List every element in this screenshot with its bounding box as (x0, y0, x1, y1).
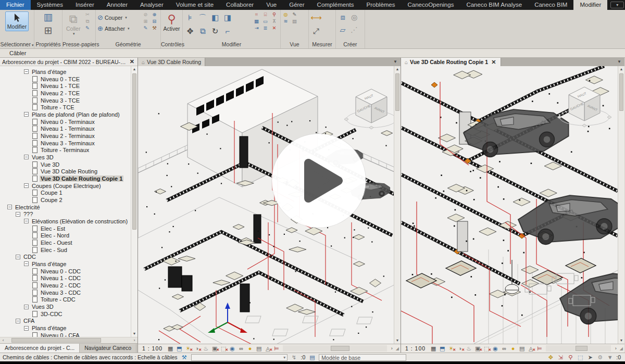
join-geometry-button[interactable]: ⊕ Attacher▾ (97, 24, 130, 33)
sun-path-icon[interactable]: ☀✕ (447, 345, 455, 352)
copy-clipboard-icon[interactable]: ⧉ (84, 18, 91, 24)
tree-row[interactable]: Niveau 1 - TCE (0, 82, 138, 90)
tree-row[interactable]: –Plans d'étage (0, 324, 138, 332)
tree-row[interactable]: Niveau 1 - Terminaux (0, 125, 138, 132)
offset-icon[interactable]: ⌒ (197, 11, 208, 24)
linework-icon[interactable]: ≋ (282, 18, 289, 24)
tree-row[interactable]: Niveau 3 - CDC (0, 289, 138, 296)
view-scale-button[interactable]: 1 : 100 (140, 345, 165, 352)
tab-caneco-navigator[interactable]: Navigateur Caneco (80, 344, 136, 353)
detail-level-icon[interactable]: ▦ (430, 345, 437, 352)
move-icon[interactable]: ✥ (184, 25, 196, 37)
tree-row[interactable]: –Plans d'étage (0, 260, 138, 268)
tree-row[interactable]: –Elévations (Elévation de construction) (0, 218, 138, 225)
ribbon-tab-caneco-bim[interactable]: Caneco BIM (528, 0, 573, 10)
split-gap-icon[interactable]: ⌻ (262, 11, 269, 17)
create-similar-icon[interactable]: ⋰ (349, 24, 359, 35)
tree-collapse-icon[interactable]: – (24, 155, 29, 159)
tree-collapse-icon[interactable]: – (24, 219, 29, 223)
tree-collapse-icon[interactable]: – (7, 205, 12, 209)
trim-icon[interactable]: ⌐ (222, 25, 233, 37)
ribbon-tab-fichier[interactable]: Fichier (0, 0, 31, 10)
ribbon-tab-ins-rer[interactable]: Insérer (69, 0, 101, 10)
mirror-axis-icon[interactable]: ◧ (209, 11, 221, 24)
join-geometry-icon[interactable]: ⊕ (151, 11, 158, 17)
design-option-field[interactable]: Modèle de base (319, 354, 406, 361)
visual-style-icon[interactable]: ⬒ (439, 345, 446, 352)
tree-row[interactable]: Vue 3D (0, 161, 138, 168)
panel-label-select[interactable]: Sélectionner▾ (0, 41, 34, 48)
cutaway-icon[interactable]: ▤ (291, 18, 298, 24)
reveal-hidden-icon[interactable]: ● (246, 345, 254, 352)
reveal-hidden-icon[interactable]: ● (509, 345, 517, 352)
video-play-overlay[interactable] (272, 134, 366, 228)
view-list-icon[interactable]: ▼ (614, 58, 624, 66)
ribbon-tab-volume-et-site[interactable]: Volume et site (170, 0, 220, 10)
ribbon-tab-analyser[interactable]: Analyser (134, 0, 170, 10)
crop-region-icon[interactable]: ⬚✕ (483, 345, 490, 352)
view-tab-cable-routing-copy[interactable]: ⌂ Vue 3D Cable Routing Copie 1 ✕ (401, 58, 501, 66)
tree-collapse-icon[interactable]: – (24, 326, 29, 331)
crop-region-icon[interactable]: ⬚✕ (220, 345, 227, 352)
array-icon[interactable]: ▦ (253, 18, 260, 24)
aligned-dimension-icon[interactable]: ⤢ (310, 25, 322, 37)
tree-row[interactable]: Niveau 3 - Terminaux (0, 140, 138, 147)
shadows-icon[interactable]: ◑✕ (456, 345, 464, 352)
crop-view-icon[interactable]: ▣✕ (474, 345, 481, 352)
shadows-icon[interactable]: ◑✕ (193, 345, 201, 352)
tree-row[interactable]: Niveau 0 - TCE (0, 76, 138, 83)
analytical-model-icon[interactable]: ◬✕ (527, 345, 534, 352)
cut-icon[interactable]: ✂ (84, 11, 91, 17)
ribbon-tab-compl-ments[interactable]: Compléments (311, 0, 360, 10)
tree-row[interactable]: 3D-CDC (0, 310, 138, 318)
select-by-face-icon[interactable]: ⬚ (577, 354, 584, 361)
temporary-hide-icon[interactable]: ∞ (238, 345, 245, 352)
design-options-dialog-icon[interactable]: ▤ (308, 354, 316, 361)
tree-collapse-icon[interactable]: – (16, 212, 20, 217)
project-browser-hscrollbar[interactable]: ‹ › (0, 337, 138, 343)
tree-row[interactable]: Coupe 2 (0, 196, 138, 204)
tree-row[interactable]: –CFA (0, 318, 138, 325)
scroll-right-icon[interactable]: › (614, 346, 618, 351)
project-browser-tree[interactable]: –Plans d'étageNiveau 0 - TCENiveau 1 - T… (0, 66, 138, 337)
align-end-icon[interactable]: ⇥ (253, 25, 260, 31)
create-group-icon[interactable]: ⧈ (338, 11, 348, 23)
analytical-model-icon[interactable]: ◬✕ (264, 345, 271, 352)
unpin-icon[interactable]: ⊼ (271, 18, 278, 24)
tree-row[interactable]: –CDC (0, 253, 138, 260)
select-underlay-icon[interactable]: ⇲ (557, 354, 564, 361)
ribbon-tab-probl-mes[interactable]: Problèmes (360, 0, 402, 10)
project-browser-vscrollbar[interactable]: ▲▼ (131, 66, 138, 337)
paste-button[interactable]: ⧉ Coller▾ (64, 11, 82, 37)
paint-icon[interactable]: ✎ (142, 25, 149, 31)
activate-controls-button[interactable]: ⚲ Activer (161, 11, 182, 33)
match-properties-icon[interactable]: ≣ (262, 25, 269, 31)
tree-row[interactable]: Vue 3D Cable Routing (0, 168, 138, 175)
temporary-hide-icon[interactable]: ∞ (501, 345, 508, 352)
tree-row[interactable]: –??? (0, 210, 138, 218)
cut-geometry-icon[interactable]: ⊘ (142, 11, 149, 17)
scroll-right-icon[interactable]: › (131, 338, 138, 343)
locked-view-icon[interactable]: ◉ (492, 345, 499, 352)
tree-row[interactable]: Elec - Est (0, 225, 138, 232)
view-list-icon[interactable]: ▼ (390, 58, 401, 66)
view-tab-close-icon[interactable]: ✕ (490, 59, 497, 66)
tree-row[interactable]: Niveau 0 - CFA (0, 332, 138, 337)
measure-icon[interactable]: ⟷ (310, 11, 322, 24)
tree-collapse-icon[interactable]: – (16, 255, 20, 259)
split-icon[interactable]: ⌗ (253, 11, 260, 17)
reveal-constraints-icon[interactable]: ⊨ (536, 345, 543, 352)
tree-row[interactable]: Niveau 3 - TCE (0, 97, 138, 104)
view-hscrollbar[interactable] (546, 345, 611, 352)
beam-joins-icon[interactable]: ⊟ (151, 18, 158, 24)
tree-row[interactable]: Toiture - TCE (0, 104, 138, 111)
ribbon-tab-canecoopenings[interactable]: CanecoOpenings (402, 0, 460, 10)
temporary-properties-icon[interactable]: ▤ (255, 345, 262, 352)
override-graphics-icon[interactable]: ✎ (291, 11, 298, 17)
ribbon-tab-annoter[interactable]: Annoter (101, 0, 134, 10)
detail-level-icon[interactable]: ▦ (167, 345, 174, 352)
rotate-icon[interactable]: ↻ (209, 25, 221, 37)
sun-path-icon[interactable]: ☀✕ (184, 345, 192, 352)
tree-row[interactable]: –Vues 3D (0, 154, 138, 161)
tree-row[interactable]: Toiture - Terminaux (0, 146, 138, 154)
